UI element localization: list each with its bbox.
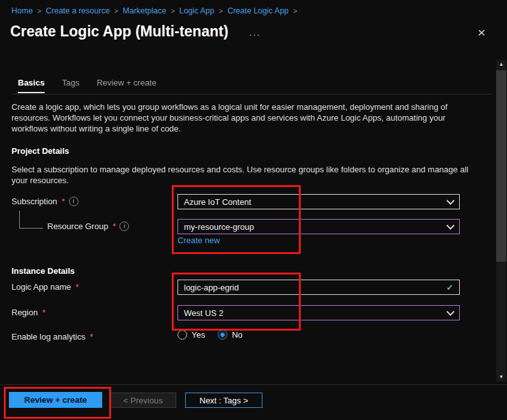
required-marker: * [42,308,45,317]
required-marker: * [62,197,65,206]
subscription-label-text: Subscription [11,197,57,206]
scrollbar-thumb[interactable] [496,70,506,262]
create-new-link[interactable]: Create new [178,236,220,245]
resource-group-label: Resource Group* i [47,221,129,231]
breadcrumb-separator: > [37,7,41,15]
radio-circle-unselected[interactable] [178,330,187,340]
breadcrumb-separator: > [293,7,297,15]
tree-connector [19,211,43,229]
log-analytics-radio-group: Yes No [178,330,243,340]
chevron-down-icon [446,308,455,316]
region-label: Region* [11,308,45,317]
info-icon[interactable]: i [69,197,79,206]
tab-tags[interactable]: Tags [62,78,79,93]
intro-text: Create a logic app, which lets you group… [11,101,461,134]
info-icon[interactable]: i [119,221,129,231]
region-value: West US 2 [184,308,223,318]
logic-app-name-field: ✓ [178,280,460,295]
vertical-scrollbar[interactable]: ▲ ▼ [496,60,506,382]
tab-bar: Basics Tags Review + create [18,78,156,93]
breadcrumb-item-home[interactable]: Home [11,6,33,15]
subscription-value: Azure IoT Content [184,197,251,207]
project-details-heading: Project Details [11,146,69,156]
tab-review-create[interactable]: Review + create [96,78,156,93]
logic-app-name-label: Logic App name* [11,282,79,292]
scroll-up-icon[interactable]: ▲ [496,60,506,69]
radio-circle-selected[interactable] [218,330,227,340]
breadcrumb-separator: > [114,7,118,15]
breadcrumb-item-create-logic-app[interactable]: Create Logic App [227,6,289,15]
logic-app-name-label-text: Logic App name [11,282,71,292]
required-marker: * [75,282,79,292]
radio-yes-label: Yes [192,330,205,340]
radio-yes[interactable]: Yes [178,330,205,340]
breadcrumb-item-marketplace[interactable]: Marketplace [123,6,166,15]
breadcrumb-separator: > [170,7,174,15]
region-label-text: Region [11,308,38,317]
log-analytics-label-text: Enable log analytics [11,332,86,341]
resource-group-value: my-resource-group [184,222,254,232]
page-title: Create Logic App (Multi-tenant) [10,23,229,40]
tabs-divider [11,94,492,94]
logic-app-name-input[interactable] [184,283,446,292]
subscription-dropdown[interactable]: Azure IoT Content [178,194,460,209]
required-marker: * [112,221,116,231]
breadcrumb-separator: > [219,7,223,15]
breadcrumb-item-logic-app[interactable]: Logic App [179,6,215,15]
footer-divider [0,384,507,385]
close-icon[interactable]: × [475,23,488,41]
required-marker: * [90,332,93,341]
radio-dot [220,333,225,337]
more-options-icon[interactable]: ... [249,27,261,38]
checkmark-icon: ✓ [446,283,453,292]
create-logic-app-page: Home>Create a resource>Marketplace>Logic… [0,0,507,420]
chevron-down-icon [446,197,455,205]
radio-no[interactable]: No [218,330,243,340]
scroll-down-icon[interactable]: ▼ [496,373,506,382]
next-tags-button[interactable]: Next : Tags > [185,393,262,408]
breadcrumb: Home>Create a resource>Marketplace>Logic… [11,6,302,15]
breadcrumb-item-create-a-resource[interactable]: Create a resource [46,6,110,15]
resource-group-dropdown[interactable]: my-resource-group [178,219,460,234]
project-details-description: Select a subscription to manage deployed… [11,164,469,186]
tab-basics[interactable]: Basics [18,78,45,93]
instance-details-heading: Instance Details [11,266,75,276]
resource-group-label-text: Resource Group [47,221,108,231]
radio-no-label: No [232,330,243,340]
chevron-down-icon [446,221,455,230]
subscription-label: Subscription* i [11,197,79,206]
previous-button[interactable]: < Previous [110,393,176,408]
region-dropdown[interactable]: West US 2 [178,305,460,320]
log-analytics-label: Enable log analytics* [11,332,93,341]
review-create-button[interactable]: Review + create [9,392,102,408]
